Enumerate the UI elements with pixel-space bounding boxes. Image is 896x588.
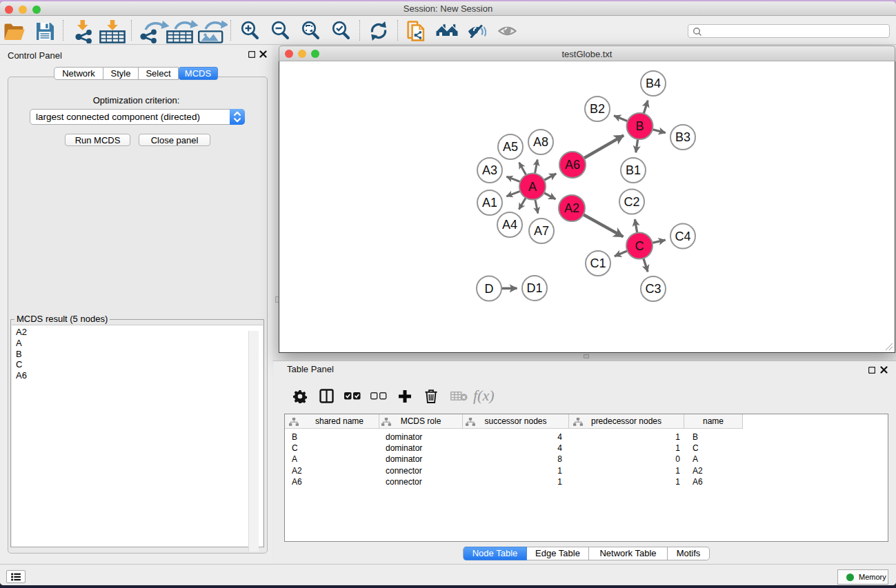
svg-text:C4: C4: [675, 230, 690, 243]
svg-text:A6: A6: [565, 158, 580, 172]
svg-text:A8: A8: [533, 135, 548, 149]
svg-text:B1: B1: [626, 163, 641, 177]
svg-text:A3: A3: [482, 163, 497, 177]
svg-text:f(x): f(x): [473, 387, 495, 404]
svg-text:A1: A1: [482, 196, 497, 210]
svg-text:B: B: [635, 119, 644, 133]
svg-text:B2: B2: [590, 102, 605, 116]
svg-text:B3: B3: [675, 130, 690, 144]
svg-text:A2: A2: [564, 201, 579, 215]
svg-text:B4: B4: [646, 77, 661, 90]
svg-text:A: A: [528, 180, 537, 194]
svg-text:C: C: [635, 239, 644, 253]
svg-text:C3: C3: [645, 282, 661, 296]
svg-text:D1: D1: [526, 281, 542, 295]
svg-text:A4: A4: [502, 218, 517, 232]
svg-text:C1: C1: [590, 256, 606, 270]
svg-text:A7: A7: [534, 224, 549, 238]
svg-text:C2: C2: [624, 195, 639, 209]
svg-text:D: D: [485, 282, 494, 296]
svg-text:A5: A5: [503, 140, 518, 154]
